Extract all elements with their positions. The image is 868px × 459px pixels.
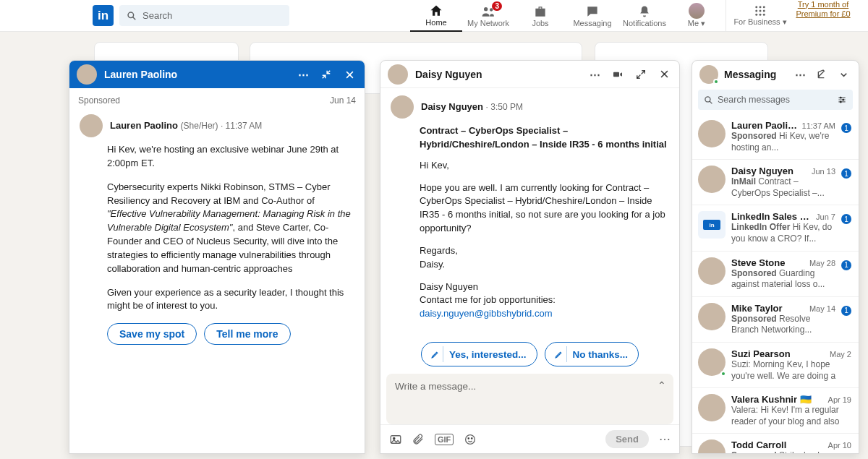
- chat-more-icon[interactable]: ⋯: [587, 68, 603, 81]
- svg-point-7: [755, 10, 757, 12]
- conversation-date: Apr 10: [828, 441, 851, 450]
- me-avatar: [689, 3, 705, 19]
- author-name: Daisy Nguyen: [421, 101, 483, 112]
- chat-close-icon[interactable]: [656, 69, 672, 80]
- chat-close-icon[interactable]: [341, 69, 357, 80]
- presence-dot: [720, 371, 726, 377]
- compose-new-icon[interactable]: [814, 69, 830, 80]
- svg-point-20: [466, 434, 475, 444]
- messaging-list: Lauren Paolino11:37 AMSponsored Hi Kev, …: [692, 114, 859, 453]
- conversation-avatar: [698, 303, 726, 330]
- header-avatar: [77, 64, 97, 85]
- messaging-search-placeholder: Search messages: [718, 95, 790, 105]
- conversation-avatar: [698, 348, 726, 376]
- messaging-list-item[interactable]: Lauren Paolino11:37 AMSponsored Hi Kev, …: [692, 114, 859, 159]
- bell-icon: [637, 4, 652, 19]
- premium-promo-link[interactable]: Try 1 month of Premium for £0: [791, 0, 855, 19]
- grid-icon: [754, 4, 767, 17]
- messaging-list-item[interactable]: Todd CarrollApr 10Sponsored Strike back …: [692, 433, 859, 453]
- message-paragraph: Cybersecurity experts Nikki Robinson, ST…: [107, 181, 354, 276]
- nav-my-network[interactable]: 3 My Network: [462, 0, 514, 32]
- conversation-date: May 2: [830, 350, 851, 359]
- chat-more-icon[interactable]: ⋯: [295, 68, 311, 81]
- chat-header[interactable]: Daisy Nguyen ⋯: [380, 61, 679, 88]
- nav-notifications[interactable]: Notifications: [618, 0, 671, 32]
- search-input[interactable]: Search: [119, 5, 289, 26]
- svg-line-1: [133, 17, 136, 20]
- conversation-preview: Suzi: Morning Kev, I hope you're well. W…: [731, 359, 851, 382]
- linkedin-logo[interactable]: in: [93, 5, 114, 26]
- chat-header[interactable]: Lauren Paolino ⋯: [69, 61, 365, 88]
- messaging-header[interactable]: Messaging ⋯: [692, 61, 859, 88]
- image-icon[interactable]: [389, 433, 402, 446]
- signature-email-link[interactable]: daisy.nguyen@gibbshybrid.com: [420, 308, 553, 319]
- pencil-icon: [427, 346, 443, 362]
- messaging-more-icon[interactable]: ⋯: [792, 68, 808, 81]
- conversation-date: Jun 7: [816, 213, 835, 221]
- messaging-search-input[interactable]: Search messages: [698, 90, 853, 110]
- save-my-spot-button[interactable]: Save my spot: [107, 323, 197, 345]
- messaging-list-item[interactable]: Valera Kushnir 🇺🇦Apr 19Valera: Hi Kev! I…: [692, 387, 859, 433]
- message-subject: Contract – CyberOps Specialist – Hybrid/…: [420, 124, 669, 152]
- author-avatar: [80, 114, 103, 137]
- filter-icon[interactable]: [837, 95, 847, 105]
- messaging-list-item[interactable]: Suzi PearsonMay 2Suzi: Morning Kev, I ho…: [692, 342, 859, 387]
- chat-collapse-icon[interactable]: [318, 69, 334, 80]
- emoji-icon[interactable]: [464, 433, 477, 446]
- compose-placeholder: Write a message...: [395, 381, 476, 392]
- tell-me-more-button[interactable]: Tell me more: [204, 323, 290, 345]
- nav-jobs[interactable]: Jobs: [514, 0, 566, 32]
- messaging-list-item[interactable]: Daisy NguyenJun 13InMail Contract – Cybe…: [692, 159, 859, 205]
- conversation-date: May 14: [809, 304, 835, 313]
- gif-icon[interactable]: GIF: [435, 434, 454, 445]
- conversation-name: Daisy Nguyen: [731, 166, 793, 176]
- message-greeting: Hi Kev,: [420, 159, 669, 173]
- messaging-list-item[interactable]: Mike TaylorMay 14Sponsored Resolve Branc…: [692, 296, 859, 342]
- reply-yes-button[interactable]: Yes, interested...: [421, 342, 537, 366]
- author-name: Lauren Paolino: [110, 120, 178, 131]
- sponsored-label: Sponsored: [78, 95, 120, 106]
- compose-expand-icon[interactable]: ⌃: [658, 379, 666, 391]
- chat-icon: [585, 4, 600, 19]
- conversation-avatar: [698, 439, 726, 453]
- conversation-preview: Sponsored Guarding against material loss…: [731, 268, 835, 291]
- svg-point-30: [840, 101, 841, 103]
- compose-input[interactable]: Write a message... ⌃: [386, 374, 673, 424]
- compose-more-icon[interactable]: ⋯: [659, 432, 671, 446]
- message-signature: Daisy Nguyen Contact me for job opportun…: [420, 280, 669, 322]
- home-icon: [429, 4, 443, 18]
- unread-badge: 1: [841, 260, 851, 270]
- conversation-name: Todd Carroll: [731, 439, 786, 450]
- messaging-list-item[interactable]: Steve StoneMay 28Sponsored Guarding agai…: [692, 251, 859, 296]
- nav-messaging[interactable]: Messaging: [566, 0, 618, 32]
- conversation-avatar: [698, 257, 726, 285]
- svg-point-29: [843, 99, 844, 100]
- search-icon: [704, 95, 713, 105]
- conversation-avatar: [698, 394, 726, 421]
- svg-point-4: [755, 6, 757, 8]
- messaging-collapse-icon[interactable]: [835, 69, 851, 80]
- video-toggle-icon[interactable]: [610, 69, 626, 80]
- conversation-preview: LinkedIn Offer Hi Kev, do you know a CRO…: [731, 222, 835, 244]
- reply-no-button[interactable]: No thanks...: [545, 342, 639, 366]
- chat-window-daisy: Daisy Nguyen ⋯ Daisy Nguyen · 3:50 PM Co…: [380, 60, 680, 454]
- messaging-panel: Messaging ⋯ Search messages Lauren Paoli…: [692, 60, 859, 454]
- svg-rect-15: [613, 72, 619, 77]
- svg-point-23: [705, 96, 710, 101]
- presence-dot: [713, 79, 719, 85]
- chat-expand-icon[interactable]: [633, 69, 649, 80]
- nav-me[interactable]: Me ▾: [671, 0, 723, 32]
- search-icon: [127, 11, 137, 21]
- attachment-icon[interactable]: [412, 433, 425, 445]
- svg-point-21: [468, 437, 469, 439]
- conversation-name: Valera Kushnir 🇺🇦: [731, 394, 812, 405]
- nav-home[interactable]: Home: [410, 0, 462, 32]
- messaging-title: Messaging: [724, 69, 776, 80]
- messaging-list-item[interactable]: inLinkedIn Sales SolutionsJun 7LinkedIn …: [692, 205, 859, 250]
- conversation-name: Steve Stone: [731, 257, 785, 268]
- send-button[interactable]: Send: [605, 430, 649, 448]
- nav-for-business[interactable]: For Business ▾: [729, 0, 791, 32]
- briefcase-icon: [533, 4, 548, 19]
- conversation-name: Mike Taylor: [731, 303, 783, 314]
- author-avatar: [391, 95, 414, 119]
